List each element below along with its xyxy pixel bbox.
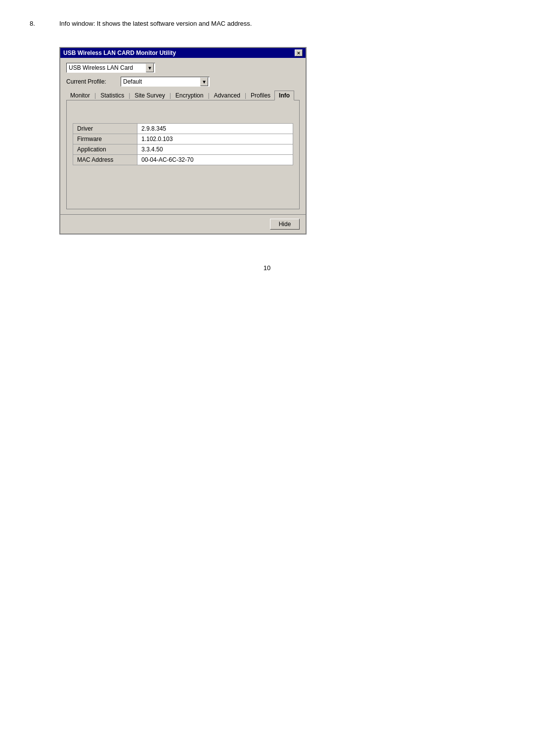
hide-button[interactable]: Hide xyxy=(270,219,300,230)
field-value: 00-04-AC-6C-32-70 xyxy=(137,155,293,165)
field-name: MAC Address xyxy=(73,155,137,165)
tab-monitor[interactable]: Monitor xyxy=(66,91,94,100)
device-field-row: USB Wireless LAN Card ▼ xyxy=(66,63,300,73)
window-body: USB Wireless LAN Card ▼ Current Profile:… xyxy=(60,58,306,214)
list-number: 8. xyxy=(30,20,59,27)
device-dropdown-value: USB Wireless LAN Card xyxy=(68,64,146,71)
profile-dropdown-value: Default xyxy=(122,78,200,85)
tab-advanced[interactable]: Advanced xyxy=(210,91,244,100)
tab-profiles[interactable]: Profiles xyxy=(247,91,274,100)
info-table-container: Driver2.9.8.345Firmware1.102.0.103Applic… xyxy=(73,123,293,165)
field-name: Application xyxy=(73,144,137,155)
field-name: Driver xyxy=(73,124,137,134)
table-row: MAC Address00-04-AC-6C-32-70 xyxy=(73,155,293,165)
tabs-row: Monitor | Statistics | Site Survey | Enc… xyxy=(66,91,300,100)
profile-field-row: Current Profile: Default ▼ xyxy=(66,77,300,87)
info-table: Driver2.9.8.345Firmware1.102.0.103Applic… xyxy=(73,123,293,165)
tab-content-info: Driver2.9.8.345Firmware1.102.0.103Applic… xyxy=(66,100,300,209)
tab-site-survey[interactable]: Site Survey xyxy=(131,91,169,100)
field-value: 2.9.8.345 xyxy=(137,124,293,134)
profile-label: Current Profile: xyxy=(66,78,121,85)
device-dropdown[interactable]: USB Wireless LAN Card ▼ xyxy=(66,63,155,73)
page-description: Info window: It shows the latest softwar… xyxy=(59,20,252,27)
window-title: USB Wireless LAN CARD Monitor Utility xyxy=(63,49,176,56)
field-value: 1.102.0.103 xyxy=(137,134,293,144)
table-row: Firmware1.102.0.103 xyxy=(73,134,293,144)
profile-dropdown[interactable]: Default ▼ xyxy=(121,77,210,87)
profile-dropdown-arrow-icon: ▼ xyxy=(200,77,208,86)
page-number: 10 xyxy=(30,264,504,272)
tab-encryption[interactable]: Encryption xyxy=(172,91,208,100)
tab-info[interactable]: Info xyxy=(274,91,294,100)
field-name: Firmware xyxy=(73,134,137,144)
page-intro: 8. Info window: It shows the latest soft… xyxy=(30,20,504,27)
table-row: Driver2.9.8.345 xyxy=(73,124,293,134)
tab-statistics[interactable]: Statistics xyxy=(96,91,128,100)
application-window: USB Wireless LAN CARD Monitor Utility × … xyxy=(59,47,307,235)
table-row: Application3.3.4.50 xyxy=(73,144,293,155)
close-button[interactable]: × xyxy=(295,49,303,56)
field-value: 3.3.4.50 xyxy=(137,144,293,155)
dropdown-arrow-icon: ▼ xyxy=(146,63,154,72)
bottom-bar: Hide xyxy=(60,214,306,234)
title-bar: USB Wireless LAN CARD Monitor Utility × xyxy=(60,48,306,58)
